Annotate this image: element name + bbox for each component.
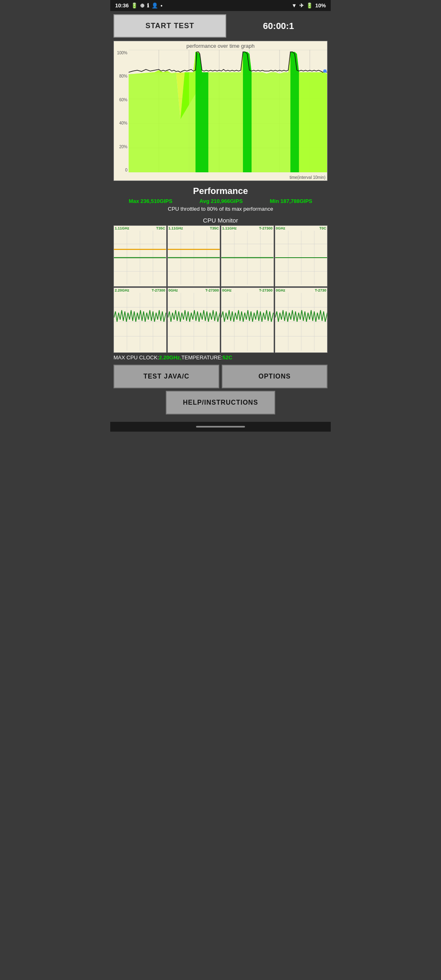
wifi-icon: ▼: [292, 2, 297, 9]
info-icon: ℹ: [147, 2, 149, 9]
performance-title: Performance: [115, 186, 326, 196]
max-cpu-label: MAX CPU CLOCK:: [114, 354, 159, 361]
location-icon: ⊕: [140, 2, 145, 9]
perf-min: Min 187,788GIPS: [270, 198, 312, 204]
cpu-cell-2-freq: 1.11GHz: [169, 226, 183, 230]
y-label-0: 0: [114, 168, 129, 172]
throttle-message: CPU throttled to 80% of its max performa…: [115, 206, 326, 212]
cpu-cell-4-inner: [275, 231, 327, 285]
y-label-80: 80%: [114, 74, 129, 78]
bottom-buttons: TEST JAVA/C OPTIONS: [114, 365, 327, 388]
cpu-cell-4-temp: T0C: [319, 226, 326, 230]
cpu-cell-3-temp: T-27300: [259, 226, 272, 230]
cpu-bottom-cell-2: 0GHz T-27300: [167, 287, 220, 353]
y-label-60: 60%: [114, 98, 129, 102]
cpu-monitor-title: CPU Monitor: [114, 217, 327, 224]
cpu-bottom-1-temp: T-27300: [151, 288, 165, 292]
cpu-cell-4: 0GHz T0C: [275, 225, 328, 287]
cpu-bottom-3-freq: 0GHz: [222, 288, 232, 292]
cpu-bottom-cell-1: 2.20GHz T-27300: [114, 287, 167, 353]
y-axis: 100% 80% 60% 40% 20% 0: [114, 50, 129, 180]
cpu-cell-2: 1.11GHz T35C: [167, 225, 220, 287]
cpu-bottom-cell-4: 0GHz T-2730: [275, 287, 328, 353]
nav-indicator: [196, 426, 245, 428]
y-label-100: 100%: [114, 51, 129, 55]
cpu-bottom-3-temp: T-27300: [259, 288, 272, 292]
status-left: 10:36 🔋 ⊕ ℹ 👤 •: [115, 2, 163, 9]
graph-canvas: [129, 50, 327, 172]
time-label: time(interval 10min): [290, 175, 325, 180]
cpu-bottom-cell-1-header: 2.20GHz T-27300: [114, 288, 166, 293]
y-label-20: 20%: [114, 145, 129, 149]
timer-display: 60:00:1: [229, 21, 327, 31]
max-cpu-info: MAX CPU CLOCK:2.20GHz,TEMPERATURE:52C: [114, 354, 327, 361]
cpu-cell-2-inner: [168, 231, 220, 285]
start-test-button[interactable]: START TEST: [114, 14, 226, 38]
account-icon: 👤: [151, 2, 158, 9]
cpu-bottom-4-temp: T-2730: [315, 288, 326, 292]
graph-svg: [129, 50, 327, 172]
cpu-top-grid: 1.11GHz T35C: [114, 225, 327, 287]
dot-icon: •: [160, 2, 163, 9]
cpu-cell-3: 1.11GHz T-27300: [221, 225, 274, 287]
airplane-icon: ✈: [299, 2, 304, 9]
cpu-bottom-cell-4-header: 0GHz T-2730: [275, 288, 327, 293]
cpu-bottom-2-freq: 0GHz: [169, 288, 178, 292]
options-button[interactable]: OPTIONS: [222, 365, 327, 388]
cpu-cell-3-header: 1.11GHz T-27300: [221, 226, 274, 231]
temp-value: 52C: [223, 354, 232, 361]
cpu-bottom-4-freq: 0GHz: [276, 288, 285, 292]
cpu-cell-1-header: 1.11GHz T35C: [114, 226, 166, 231]
battery-percent-label: 10%: [315, 2, 326, 9]
cpu-bottom-1-freq: 2.20GHz: [115, 288, 129, 292]
svg-point-22: [323, 69, 326, 73]
y-label-40: 40%: [114, 121, 129, 125]
cpu-bottom-cell-3-header: 0GHz T-27300: [221, 288, 274, 293]
cpu-bottom-2-temp: T-27300: [205, 288, 219, 292]
performance-stats: Performance Max 236,510GIPS Avg 210,966G…: [114, 183, 327, 217]
temp-label: TEMPERATURE:: [181, 354, 223, 361]
cpu-bottom-grid: 2.20GHz T-27300 0GHz: [114, 287, 327, 353]
cpu-bottom-cell-3: 0GHz T-27300: [221, 287, 274, 353]
performance-graph-section: performance over time graph 100% 80% 60%…: [114, 41, 327, 181]
cpu-cell-3-freq: 1.11GHz: [222, 226, 237, 230]
performance-values: Max 236,510GIPS Avg 210,966GIPS Min 187,…: [115, 198, 326, 204]
svg-marker-20: [290, 52, 299, 172]
status-bar: 10:36 🔋 ⊕ ℹ 👤 • ▼ ✈ 🔋 10%: [110, 0, 331, 11]
test-java-c-button[interactable]: TEST JAVA/C: [114, 365, 219, 388]
cpu-cell-1: 1.11GHz T35C: [114, 225, 167, 287]
top-row: START TEST 60:00:1: [114, 14, 327, 38]
cpu-cell-2-temp: T35C: [210, 226, 219, 230]
battery-percent-icon: 🔋: [306, 2, 313, 9]
cpu-cell-4-freq: 0GHz: [276, 226, 285, 230]
svg-marker-18: [243, 52, 252, 172]
max-cpu-value: 2.20GHz,: [159, 354, 181, 361]
perf-max: Max 236,510GIPS: [129, 198, 172, 204]
battery-icon: 🔋: [131, 2, 138, 9]
cpu-cell-2-header: 1.11GHz T35C: [168, 226, 220, 231]
main-content: START TEST 60:00:1 performance over time…: [110, 11, 331, 422]
status-right: ▼ ✈ 🔋 10%: [292, 2, 326, 9]
cpu-bottom-cell-2-header: 0GHz T-27300: [168, 288, 220, 293]
cpu-cell-4-header: 0GHz T0C: [275, 226, 327, 231]
svg-marker-21: [299, 72, 327, 172]
perf-avg: Avg 210,966GIPS: [200, 198, 243, 204]
help-btn-row: HELP/INSTRUCTIONS: [114, 391, 327, 414]
cpu-cell-1-inner: [114, 231, 166, 285]
nav-bar: [110, 422, 331, 432]
time-display: 10:36: [115, 2, 129, 9]
help-instructions-button[interactable]: HELP/INSTRUCTIONS: [166, 391, 275, 414]
cpu-cell-1-temp: T35C: [156, 226, 165, 230]
graph-title: performance over time graph: [114, 41, 327, 50]
cpu-cell-3-inner: [221, 231, 274, 285]
cpu-monitor-section: CPU Monitor 1.11GHz T35C: [114, 217, 327, 361]
cpu-cell-1-freq: 1.11GHz: [115, 226, 129, 230]
graph-area: 100% 80% 60% 40% 20% 0: [114, 50, 327, 180]
